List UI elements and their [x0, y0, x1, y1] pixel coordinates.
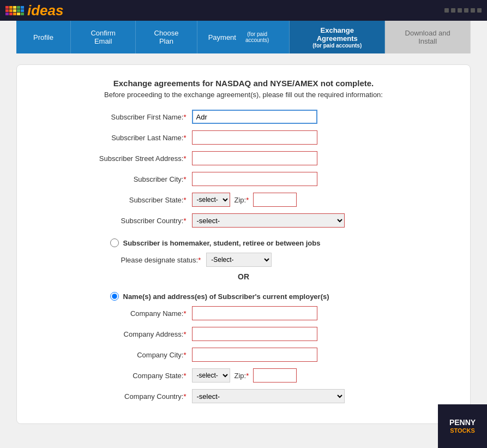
state-select[interactable]: -select-: [192, 193, 230, 207]
top-bar: ideas: [0, 0, 487, 21]
company-address-input[interactable]: [192, 327, 317, 341]
country-label: Subscriber Country:*: [67, 217, 192, 225]
notice-line2: Before proceeding to the exchange agreem…: [33, 91, 454, 99]
last-name-label: Subscriber Last Name:*: [67, 134, 192, 142]
company-name-row: Company Name:*: [67, 306, 421, 320]
or-divider: OR: [67, 272, 421, 281]
status-select[interactable]: -Select-: [206, 253, 272, 267]
company-country-select[interactable]: -select-: [192, 389, 345, 403]
ad-banner[interactable]: PENNY STOCKS: [438, 404, 487, 435]
city-label: Subscriber City:*: [67, 175, 192, 183]
logo-bars-icon: [5, 6, 24, 15]
main-content: Exchange agreements for NASDAQ and NYSE/…: [16, 64, 471, 424]
notice-line1: Exchange agreements for NASDAQ and NYSE/…: [33, 79, 454, 88]
employer-radio-section: Name(s) and address(es) of Subscriber's …: [110, 292, 421, 301]
logo-text: ideas: [27, 2, 64, 19]
top-bar-dots: [444, 8, 482, 13]
company-address-row: Company Address:*: [67, 327, 421, 341]
employer-radio-label: Name(s) and address(es) of Subscriber's …: [123, 292, 329, 301]
company-state-label: Company State:*: [67, 372, 192, 380]
street-label: Subscriber Street Address:*: [67, 154, 192, 163]
employer-radio-row: Name(s) and address(es) of Subscriber's …: [110, 292, 421, 301]
zip-input[interactable]: [253, 193, 297, 207]
first-name-row: Subscriber First Name:*: [67, 110, 421, 124]
tab-exchange-agreements[interactable]: Exchange Agreements (for paid accounts): [290, 21, 385, 53]
state-label: Subscriber State:*: [67, 196, 192, 204]
employer-radio[interactable]: [110, 292, 119, 301]
company-city-label: Company City:*: [67, 351, 192, 359]
company-city-input[interactable]: [192, 348, 317, 362]
nav-tabs: Profile Confirm Email Choose Plan Paymen…: [16, 21, 471, 53]
logo-area: ideas: [5, 2, 64, 19]
status-row: Please designate status:* -Select-: [121, 253, 421, 267]
street-input[interactable]: [192, 151, 317, 165]
ad-big-text: PENNY: [449, 418, 476, 427]
country-select[interactable]: -select-: [192, 213, 345, 228]
tab-confirm-email[interactable]: Confirm Email: [71, 21, 136, 53]
street-row: Subscriber Street Address:*: [67, 151, 421, 165]
status-label: Please designate status:*: [121, 256, 201, 264]
first-name-label: Subscriber First Name:*: [67, 113, 192, 121]
company-country-row: Company Country:* -select-: [67, 389, 421, 403]
tab-choose-plan[interactable]: Choose Plan: [136, 21, 197, 53]
company-zip-input[interactable]: [253, 368, 297, 383]
form-section: Subscriber First Name:* Subscriber Last …: [67, 110, 421, 403]
company-name-label: Company Name:*: [67, 309, 192, 318]
homemaker-radio-label: Subscriber is homemaker, student, retire…: [123, 239, 321, 247]
state-zip-row: Subscriber State:* -select- Zip:*: [67, 193, 421, 207]
ad-text: STOCKS: [450, 427, 475, 434]
company-city-row: Company City:*: [67, 348, 421, 362]
tab-download-install: Download and Install: [385, 21, 471, 53]
city-row: Subscriber City:*: [67, 172, 421, 186]
company-state-zip-row: Company State:* -select- Zip:*: [67, 368, 421, 383]
homemaker-radio-row: Subscriber is homemaker, student, retire…: [110, 238, 421, 247]
last-name-input[interactable]: [192, 130, 317, 145]
first-name-input[interactable]: [192, 110, 317, 124]
company-country-label: Company Country:*: [67, 392, 192, 401]
company-zip-label: Zip:*: [235, 372, 249, 380]
company-address-label: Company Address:*: [67, 330, 192, 338]
country-row: Subscriber Country:* -select-: [67, 213, 421, 228]
last-name-row: Subscriber Last Name:*: [67, 130, 421, 145]
tab-profile[interactable]: Profile: [16, 21, 71, 53]
radio-section: Subscriber is homemaker, student, retire…: [110, 238, 421, 247]
company-state-select[interactable]: -select-: [192, 368, 230, 383]
notice-text: Exchange agreements for NASDAQ and NYSE/…: [33, 79, 454, 99]
city-input[interactable]: [192, 172, 317, 186]
tab-payment[interactable]: Payment (for paid accounts): [197, 21, 290, 53]
company-name-input[interactable]: [192, 306, 317, 320]
zip-label: Zip:*: [235, 196, 249, 204]
homemaker-radio[interactable]: [110, 238, 119, 247]
